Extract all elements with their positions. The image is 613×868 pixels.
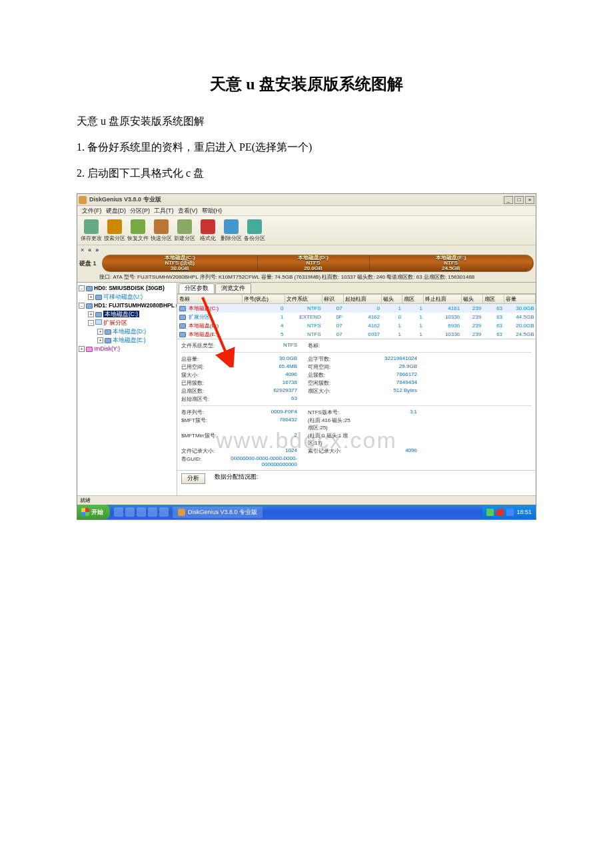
tree-extended[interactable]: 扩展分区: [103, 319, 127, 326]
allocation-label: 数据分配情况图:: [215, 473, 258, 484]
recover-icon: [131, 219, 145, 234]
ql-icon[interactable]: [114, 507, 123, 517]
save-icon: [84, 219, 99, 234]
nav-close-icon[interactable]: ×: [81, 247, 84, 253]
search-icon: [107, 219, 122, 234]
column-header[interactable]: 扇区: [482, 295, 504, 304]
nav-forward-icon[interactable]: »: [95, 247, 99, 253]
document-line-1: 1. 备份好系统里的资料，重启进入 PE(选择第一个): [77, 135, 536, 160]
tree-drive-d[interactable]: 本地磁盘(D:): [113, 328, 146, 335]
maximize-button[interactable]: □: [514, 196, 524, 204]
menu-help[interactable]: 帮助(H): [200, 206, 225, 215]
tree-hd1[interactable]: HD1: FUJITSUMHW2080BHPL (75: [94, 302, 177, 309]
toolbar-delete-button[interactable]: 删除分区: [220, 219, 243, 242]
close-button[interactable]: ×: [525, 196, 534, 204]
column-header[interactable]: 磁头: [381, 295, 402, 304]
menu-partition[interactable]: 分区(P): [128, 206, 152, 215]
tree-drive-e[interactable]: 本地磁盘(E:): [113, 337, 146, 343]
column-header[interactable]: 序号(状态): [242, 295, 285, 304]
ql-icon[interactable]: [125, 507, 135, 517]
menu-file[interactable]: 文件(F): [80, 206, 104, 215]
tray-clock: 18:51: [516, 509, 532, 515]
menu-tools[interactable]: 工具(T): [152, 206, 176, 215]
table-row[interactable]: 本地磁盘(E:)5NTFS07693711103362396324.5GB: [178, 330, 536, 339]
allocation-analysis: 分析 数据分配情况图:: [177, 470, 536, 487]
menu-view[interactable]: 查看(V): [176, 206, 200, 215]
partition-table: 卷标序号(状态)文件系统标识起始柱面磁头扇区终止柱面磁头扇区容量 本地磁盘(C:…: [177, 294, 536, 339]
column-header[interactable]: 终止柱面: [424, 295, 461, 304]
table-row[interactable]: 本地磁盘(C:)0NTFS0701141612396330.0GB: [178, 304, 536, 313]
disk-bar[interactable]: 本地磁盘(C:)NTFS (活动)30.0GB本地磁盘(D:)NTFS20.0G…: [102, 255, 534, 272]
disk-segment[interactable]: 本地磁盘(C:)NTFS (活动)30.0GB: [103, 255, 258, 271]
tab-strip: 分区参数 浏览文件: [177, 283, 536, 294]
windows-logo-icon: [81, 508, 89, 516]
ql-icon[interactable]: [148, 507, 157, 517]
tray-icon[interactable]: [496, 509, 504, 516]
system-tray: 18:51: [482, 505, 536, 519]
taskbar: 开始 DiskGenius V3.8.0 专业版 18:51: [77, 505, 536, 519]
ql-icon[interactable]: [159, 507, 169, 517]
menu-bar: 文件(F) 硬盘(D) 分区(P) 工具(T) 查看(V) 帮助(H): [77, 206, 536, 216]
disk-label: 硬盘 1: [79, 259, 98, 268]
quick-launch: [110, 507, 173, 517]
window-title: DiskGenius V3.8.0 专业版: [89, 195, 504, 204]
column-header[interactable]: 标识: [322, 295, 344, 304]
status-bar: 就绪: [77, 495, 536, 505]
delete-icon: [224, 219, 239, 234]
toolbar-quick-button[interactable]: 快速分区: [150, 219, 173, 242]
toolbar-save-button[interactable]: 保存更改: [80, 219, 103, 242]
minimize-button[interactable]: _: [504, 196, 513, 204]
tray-icon[interactable]: [486, 509, 494, 516]
table-row[interactable]: 本地磁盘(D:)4NTFS0741621169362396320.0GB: [178, 321, 536, 330]
toolbar-backup-button[interactable]: 备份分区: [243, 219, 266, 242]
screenshot-diskgenius: DiskGenius V3.8.0 专业版 _ □ × 文件(F) 硬盘(D) …: [77, 193, 536, 520]
format-icon: [201, 219, 215, 234]
window-titlebar: DiskGenius V3.8.0 专业版 _ □ ×: [77, 194, 536, 206]
document-line-0: 天意 u 盘原安装版系统图解: [77, 109, 536, 134]
analyze-button[interactable]: 分析: [181, 473, 205, 484]
quick-icon: [154, 219, 169, 234]
tree-hd0[interactable]: HD0: SMIUSBDISK (30GB): [94, 285, 165, 291]
toolbar-search-button[interactable]: 搜索分区: [103, 219, 126, 242]
column-header[interactable]: 起始柱面: [344, 295, 381, 304]
app-icon: [79, 196, 87, 204]
toolbar-new-button[interactable]: 新建分区: [173, 219, 196, 242]
column-header[interactable]: 卷标: [178, 295, 243, 304]
backup-icon: [247, 219, 262, 234]
new-icon: [177, 219, 192, 234]
column-header[interactable]: 磁头: [461, 295, 482, 304]
toolbar: 保存更改搜索分区恢复文件快速分区新建分区格式化删除分区备份分区: [77, 216, 536, 245]
table-row[interactable]: 扩展分区1EXTEND0F416201103362396344.5GB: [178, 313, 536, 321]
tree-drive-c[interactable]: 本地磁盘(C:): [103, 311, 139, 317]
toolbar-format-button[interactable]: 格式化: [197, 219, 219, 242]
disk-segment[interactable]: 本地磁盘(D:)NTFS20.0GB: [258, 255, 370, 271]
disk-info-line: 接口: ATA 型号: FUJITSUMHW2080BHPL 序列号: K10M…: [79, 272, 534, 282]
tree-panel: -HD0: SMIUSBDISK (30GB) +可移动磁盘(U:) -HD1:…: [77, 283, 177, 495]
tree-imdisk[interactable]: ImDisk(Y:): [94, 345, 120, 352]
ql-icon[interactable]: [137, 507, 146, 517]
menu-disk[interactable]: 硬盘(D): [104, 206, 129, 215]
nav-back-icon[interactable]: «: [88, 247, 91, 253]
tab-browse-files[interactable]: 浏览文件: [215, 283, 251, 293]
start-button[interactable]: 开始: [77, 505, 110, 519]
column-header[interactable]: 文件系统: [285, 295, 322, 304]
document-title: 天意 u 盘安装原版系统图解: [77, 73, 536, 95]
app-icon: [178, 509, 185, 516]
tray-icon[interactable]: [506, 509, 514, 516]
tab-partition-params[interactable]: 分区参数: [179, 283, 215, 293]
document-line-2: 2. 启动图下工具格式化 c 盘: [77, 161, 536, 186]
toolbar-recover-button[interactable]: 恢复文件: [127, 219, 149, 242]
tree-removable[interactable]: 可移动磁盘(U:): [103, 293, 143, 300]
column-header[interactable]: 扇区: [402, 295, 424, 304]
column-header[interactable]: 容量: [504, 295, 535, 304]
filesystem-info: 文件系统类型:NTFS 卷标: 总容量:30.0GB总字节数:322198410…: [177, 339, 536, 470]
disk-segment[interactable]: 本地磁盘(E:)NTFS24.5GB: [370, 255, 533, 271]
taskbar-app-button[interactable]: DiskGenius V3.8.0 专业版: [173, 507, 263, 518]
